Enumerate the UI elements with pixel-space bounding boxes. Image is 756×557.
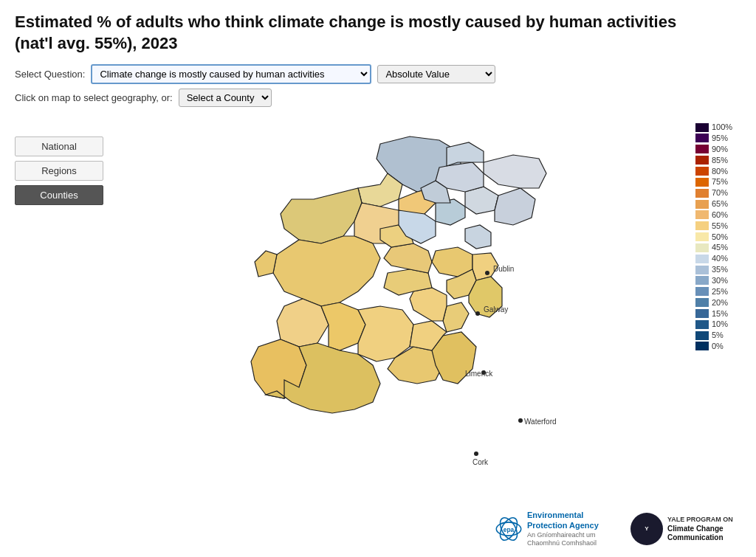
legend-label-90: 90% (712, 144, 734, 155)
sidebar-btn-national[interactable]: National (15, 136, 103, 156)
galway-dot (475, 311, 480, 316)
county-mayo[interactable] (281, 188, 362, 243)
legend-color-45 (695, 243, 709, 252)
epa-emblem-icon: epa (495, 515, 523, 543)
legend-label-60: 60% (712, 210, 734, 221)
legend-item-70: 70% (695, 187, 734, 198)
yale-ccc-label: Climate Change Communication (667, 525, 741, 542)
map-area: Galway Dublin Limerick Waterford Cork 10… (129, 114, 741, 513)
legend-item-85: 85% (695, 155, 734, 166)
legend-item-95: 95% (695, 133, 734, 144)
legend-label-80: 80% (712, 166, 734, 177)
legend-label-30: 30% (712, 275, 734, 286)
legend-item-80: 80% (695, 166, 734, 177)
legend-item-0: 0% (695, 341, 734, 352)
county-select[interactable]: Select a County (179, 89, 272, 107)
epa-text: Environmental Protection Agency An Gníom… (527, 510, 616, 548)
county-westmeath[interactable] (384, 243, 432, 273)
yale-program-label: YALE PROGRAM ON (667, 516, 741, 525)
legend-color-25 (695, 287, 709, 296)
ireland-map[interactable]: Galway Dublin Limerick Waterford Cork (129, 114, 631, 505)
legend-label-95: 95% (712, 133, 734, 144)
legend-color-60 (695, 210, 709, 219)
waterford-label: Waterford (524, 418, 557, 426)
legend-label-25: 25% (712, 286, 734, 297)
sidebar: National Regions Counties (15, 114, 129, 513)
legend-color-80 (695, 167, 709, 176)
sidebar-btn-counties[interactable]: Counties (15, 185, 103, 205)
page-title: Estimated % of adults who think climate … (15, 12, 679, 54)
legend-color-85 (695, 156, 709, 165)
cork-label: Cork (472, 458, 489, 466)
legend-item-75: 75% (695, 176, 734, 187)
legend-color-5 (695, 331, 709, 340)
yale-circle-icon: Y (630, 513, 663, 545)
legend-color-35 (695, 266, 709, 274)
page-container: Estimated % of adults who think climate … (0, 0, 756, 557)
county-louth[interactable] (465, 225, 491, 249)
cork-dot (474, 452, 478, 456)
legend-item-60: 60% (695, 210, 734, 221)
map-sidebar-container: National Regions Counties (15, 114, 741, 513)
county-galway-west[interactable] (255, 251, 277, 277)
legend-color-15 (695, 309, 709, 318)
question-controls: Select Question: Climate change is mostl… (15, 64, 741, 84)
county-derry[interactable] (447, 142, 484, 166)
county-antrim[interactable] (484, 155, 546, 188)
legend-label-65: 65% (712, 198, 734, 210)
epa-irish-name: An Gníomhaireacht um Chaomhnú Comhshaoil (527, 531, 616, 548)
legend-color-90 (695, 145, 709, 153)
legend-item-100: 100% (695, 122, 734, 133)
legend-label-10: 10% (712, 319, 734, 330)
legend-item-45: 45% (695, 242, 734, 253)
legend-item-50: 50% (695, 232, 734, 243)
legend-color-100 (695, 123, 709, 132)
legend-item-40: 40% (695, 253, 734, 264)
epa-name: Environmental Protection Agency (527, 510, 616, 531)
legend-label-85: 85% (712, 155, 734, 166)
legend-item-65: 65% (695, 198, 734, 210)
county-laois[interactable] (410, 288, 447, 321)
legend-item-25: 25% (695, 286, 734, 297)
legend-color-70 (695, 189, 709, 198)
legend-label-15: 15% (712, 308, 734, 319)
galway-label: Galway (484, 305, 508, 314)
map-legend: 100% 95% 90% 85% 80% (695, 122, 734, 352)
legend-label-100: 100% (712, 122, 734, 133)
legend-color-30 (695, 276, 709, 285)
footer-logos: epa Environmental Protection Agency An G… (495, 510, 741, 548)
question-select[interactable]: Climate change is mostly caused by human… (91, 64, 371, 84)
yale-inner-icon: Y (645, 526, 648, 533)
legend-color-75 (695, 178, 709, 187)
county-row: Click on map to select geography, or: Se… (15, 89, 741, 107)
legend-label-55: 55% (712, 221, 734, 232)
county-galway[interactable] (273, 236, 380, 306)
county-row-label: Click on map to select geography, or: (15, 92, 173, 103)
legend-color-0 (695, 342, 709, 350)
epa-logo: epa Environmental Protection Agency An G… (495, 510, 616, 548)
legend-color-20 (695, 298, 709, 307)
county-down[interactable] (495, 188, 535, 225)
legend-label-70: 70% (712, 187, 734, 198)
sidebar-btn-regions[interactable]: Regions (15, 161, 103, 181)
legend-item-90: 90% (695, 144, 734, 155)
legend-label-45: 45% (712, 242, 734, 253)
dublin-label: Dublin (493, 265, 514, 273)
waterford-dot (518, 418, 523, 423)
legend-color-40 (695, 255, 709, 263)
legend-item-35: 35% (695, 264, 734, 275)
legend-item-10: 10% (695, 319, 734, 330)
svg-text:epa: epa (504, 526, 515, 533)
legend-color-65 (695, 200, 709, 209)
dublin-dot (485, 271, 489, 275)
legend-label-20: 20% (712, 297, 734, 308)
legend-color-10 (695, 320, 709, 329)
value-type-select[interactable]: Absolute Value (377, 65, 495, 83)
legend-label-35: 35% (712, 264, 734, 275)
legend-color-50 (695, 232, 709, 241)
legend-label-5: 5% (712, 330, 734, 341)
legend-label-50: 50% (712, 232, 734, 243)
legend-label-40: 40% (712, 253, 734, 264)
legend-label-75: 75% (712, 176, 734, 187)
yale-logo: Y YALE PROGRAM ON Climate Change Communi… (630, 513, 741, 545)
